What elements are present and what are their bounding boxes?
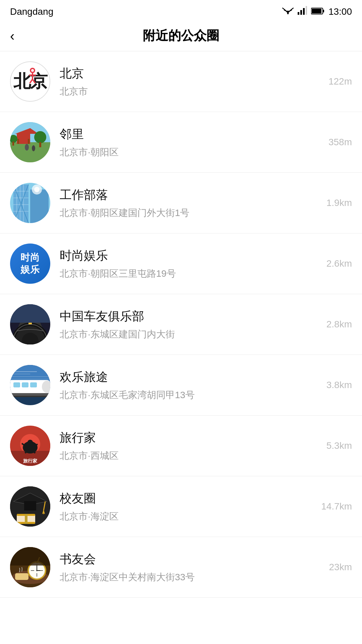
avatar: [10, 486, 50, 527]
svg-rect-62: [22, 382, 28, 387]
item-address: 北京市·西城区: [60, 449, 320, 462]
svg-point-0: [287, 13, 289, 14]
item-address: 北京市·朝阳区建国门外大街1号: [60, 207, 320, 219]
status-icons: 13:00: [282, 6, 352, 17]
avatar: [10, 183, 50, 223]
item-name: 时尚娱乐: [60, 248, 320, 264]
avatar: [10, 547, 50, 587]
list-item[interactable]: 工作部落 北京市·朝阳区建国门外大街1号 1.9km: [0, 173, 362, 233]
svg-rect-25: [39, 142, 41, 147]
avatar: 旅行家: [10, 426, 50, 466]
time-label: 13:00: [328, 6, 352, 17]
svg-rect-2: [300, 10, 302, 15]
list-item[interactable]: 校友圈 北京市·海淀区 14.7km: [0, 476, 362, 537]
svg-rect-93: [15, 573, 28, 580]
battery-icon: [311, 6, 324, 17]
list-item[interactable]: 中国车友俱乐部 北京市·东城区建国门内大街 2.8km: [0, 294, 362, 355]
svg-rect-81: [24, 501, 36, 511]
header: ‹ 附近的公众圈: [0, 20, 362, 51]
svg-point-29: [32, 145, 35, 151]
item-name: 北京: [60, 65, 322, 82]
svg-point-24: [34, 131, 46, 143]
item-name: 书友会: [60, 551, 322, 568]
item-info: 中国车友俱乐部 北京市·东城区建国门内大街: [60, 308, 320, 341]
item-distance: 14.7km: [321, 501, 352, 512]
svg-rect-3: [303, 8, 305, 15]
item-info: 校友圈 北京市·海淀区: [60, 490, 314, 523]
svg-rect-6: [323, 10, 324, 12]
item-info: 邻里 北京市·朝阳区: [60, 126, 322, 159]
svg-point-72: [27, 440, 33, 445]
item-distance: 2.6km: [326, 258, 352, 269]
item-name: 旅行家: [60, 430, 320, 446]
fashion-label: 时尚 娱乐: [20, 252, 40, 276]
svg-rect-63: [30, 382, 37, 387]
svg-rect-89: [25, 514, 27, 524]
item-address: 北京市·海淀区: [60, 510, 314, 523]
item-distance: 23km: [329, 562, 352, 573]
item-distance: 3.8km: [326, 380, 352, 390]
svg-rect-104: [10, 547, 50, 566]
carrier-label: Dangdang: [10, 6, 53, 17]
avatar: 北 京: [10, 61, 50, 102]
item-info: 北京 北京市: [60, 65, 322, 98]
svg-point-103: [36, 570, 38, 571]
item-address: 北京市·东城区建国门内大街: [60, 328, 320, 341]
avatar: [10, 365, 50, 405]
item-distance: 2.8km: [326, 319, 352, 330]
svg-point-28: [25, 144, 29, 151]
svg-rect-64: [10, 393, 50, 396]
item-name: 中国车友俱乐部: [60, 308, 320, 325]
wifi-icon: [282, 6, 294, 17]
item-name: 邻里: [60, 126, 322, 143]
list-item[interactable]: 北 京 北京 北京市 122m: [0, 51, 362, 112]
item-address: 北京市·朝阳区三里屯路19号: [60, 267, 320, 280]
svg-rect-65: [10, 396, 50, 397]
item-distance: 5.3km: [326, 440, 352, 451]
svg-rect-19: [10, 142, 50, 162]
page-title: 附近的公众圈: [143, 27, 219, 44]
item-distance: 358m: [328, 137, 352, 148]
list-item[interactable]: 时尚 娱乐 时尚娱乐 北京市·朝阳区三里屯路19号 2.6km: [0, 233, 362, 294]
list-item[interactable]: 邻里 北京市·朝阳区 358m: [0, 112, 362, 173]
item-distance: 122m: [328, 76, 352, 87]
item-info: 欢乐旅途 北京市·东城区毛家湾胡同甲13号: [60, 369, 320, 401]
svg-text:旅行家: 旅行家: [23, 458, 38, 464]
avatar: [10, 122, 50, 162]
signal-icon: [298, 6, 307, 17]
item-distance: 1.9km: [326, 198, 352, 208]
list-item[interactable]: 欢乐旅途 北京市·东城区毛家湾胡同甲13号 3.8km: [0, 355, 362, 416]
svg-rect-4: [306, 6, 307, 15]
item-info: 时尚娱乐 北京市·朝阳区三里屯路19号: [60, 248, 320, 280]
item-address: 北京市·朝阳区: [60, 146, 322, 159]
item-address: 北京市·东城区毛家湾胡同甲13号: [60, 389, 320, 401]
svg-point-16: [31, 69, 34, 72]
svg-rect-22: [17, 139, 19, 144]
svg-rect-32: [30, 190, 49, 223]
svg-rect-27: [12, 142, 14, 146]
item-address: 北京市·海淀区中关村南大街33号: [60, 571, 322, 584]
back-button[interactable]: ‹: [10, 29, 14, 43]
item-info: 书友会 北京市·海淀区中关村南大街33号: [60, 551, 322, 584]
item-name: 工作部落: [60, 187, 320, 203]
svg-text:北: 北: [13, 72, 32, 91]
item-name: 欢乐旅途: [60, 369, 320, 385]
status-bar: Dangdang: [0, 0, 362, 20]
svg-rect-7: [312, 9, 321, 13]
item-info: 旅行家 北京市·西城区: [60, 430, 320, 462]
svg-rect-61: [13, 382, 20, 387]
svg-rect-23: [28, 139, 29, 144]
list-item[interactable]: 书友会 北京市·海淀区中关村南大街33号 23km: [0, 537, 362, 598]
nearby-list: 北 京 北京 北京市 122m: [0, 51, 362, 598]
list-item[interactable]: 旅行家 旅行家 北京市·西城区 5.3km: [0, 416, 362, 476]
avatar: 时尚 娱乐: [10, 244, 50, 284]
item-name: 校友圈: [60, 490, 314, 507]
svg-point-41: [34, 187, 40, 192]
svg-rect-47: [10, 304, 50, 323]
avatar: [10, 304, 50, 344]
svg-rect-1: [298, 12, 299, 15]
item-info: 工作部落 北京市·朝阳区建国门外大街1号: [60, 187, 320, 219]
svg-rect-52: [28, 323, 32, 324]
item-address: 北京市: [60, 85, 322, 98]
